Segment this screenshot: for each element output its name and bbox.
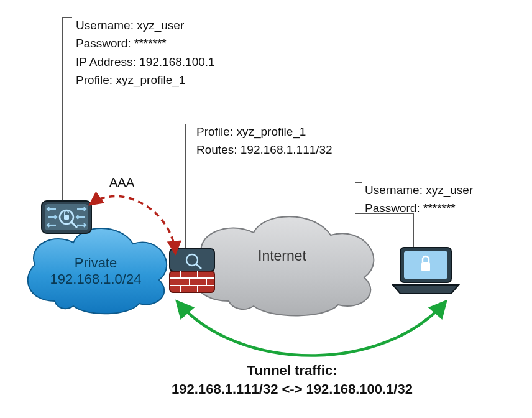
routes-value: 192.168.1.111/32 [241,143,332,156]
username-value: xyz_user [426,183,473,197]
connector [355,182,362,183]
svg-rect-25 [421,262,430,271]
connector [185,124,194,124]
username-label: Username: [76,19,134,32]
aaa-arrow [72,185,190,266]
server-callout: Username: xyz_user Password: ******* IP … [76,16,215,90]
password-value: ******* [423,202,456,215]
firewall-callout: Profile: xyz_profile_1 Routes: 192.168.1… [196,123,332,159]
client-laptop-icon [392,246,460,295]
password-label: Password: [76,37,131,50]
profile-label: Profile: [76,73,112,86]
ip-label: IP Address: [76,55,136,68]
tunnel-title: Tunnel traffic: [124,363,460,379]
profile-value: xyz_profile_1 [236,125,306,138]
private-subnet: 192.168.1.0/24 [16,271,175,287]
connector [413,213,414,248]
routes-label: Routes: [196,143,237,156]
tunnel-arrow [165,292,457,367]
aaa-label: AAA [109,175,134,190]
profile-label: Profile: [196,125,233,138]
connector [62,17,63,202]
username-label: Username: [365,183,423,197]
connector [62,17,72,18]
profile-value: xyz_profile_1 [116,73,185,86]
username-value: xyz_user [137,19,184,32]
svg-rect-4 [64,215,69,220]
svg-rect-14 [170,271,214,292]
ip-value: 192.168.100.1 [139,55,215,68]
tunnel-route: 192.168.1.111/32 <-> 192.168.100.1/32 [99,381,485,397]
password-value: ******* [134,37,167,50]
diagram: Username: xyz_user Password: ******* IP … [0,0,532,418]
